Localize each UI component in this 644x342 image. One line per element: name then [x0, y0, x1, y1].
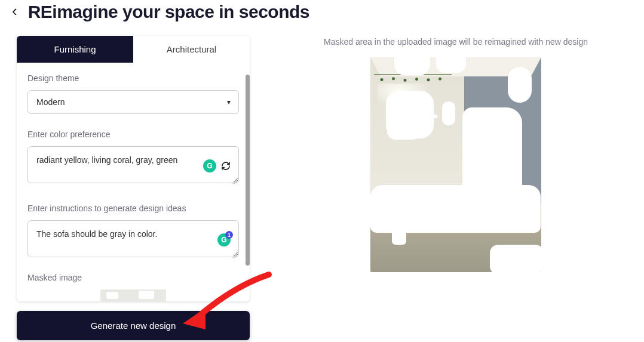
instructions-label: Enter instructions to generate design id… [27, 204, 239, 213]
form-panel: Furnishing Architectural Design theme Mo… [17, 36, 250, 342]
page-title: REimagine your space in seconds [28, 2, 309, 22]
form-card: Furnishing Architectural Design theme Mo… [17, 36, 250, 301]
design-theme-label: Design theme [27, 73, 239, 83]
grammarly-icon[interactable]: G [203, 159, 216, 172]
generate-new-design-button[interactable]: Generate new design [17, 311, 250, 340]
instructions-input[interactable] [27, 220, 239, 257]
tab-architectural[interactable]: Architectural [133, 36, 250, 63]
design-theme-select[interactable]: Modern [27, 90, 239, 114]
masked-preview-image [370, 57, 541, 272]
masked-image-label: Masked image [27, 273, 239, 282]
scrollbar[interactable] [246, 75, 250, 266]
tab-furnishing[interactable]: Furnishing [17, 36, 133, 63]
refresh-icon[interactable] [221, 161, 231, 171]
color-preference-label: Enter color preference [27, 130, 239, 139]
grammarly-icon[interactable]: G [217, 233, 231, 247]
preview-panel: Masked area in the uploaded image will b… [268, 36, 644, 342]
masked-image-thumbnail[interactable] [100, 289, 166, 301]
preview-hint: Masked area in the uploaded image will b… [268, 37, 644, 47]
tabs: Furnishing Architectural [17, 36, 250, 63]
back-chevron-icon[interactable]: ‹ [12, 2, 17, 20]
